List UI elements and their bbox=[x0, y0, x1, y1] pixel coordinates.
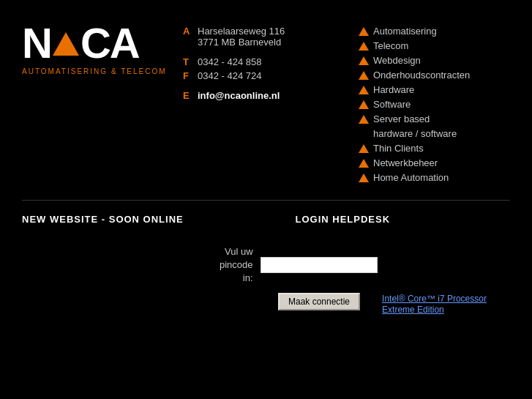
service-item: Onderhoudscontracten bbox=[359, 70, 510, 81]
logo-nca: N C A bbox=[22, 22, 176, 64]
service-triangle-icon bbox=[359, 56, 369, 65]
top-section: N C A AUTOMATISERING & TELECOM A Harsela… bbox=[22, 15, 510, 187]
intel-link-area: Intel® Core™ i7 Processor Extreme Editio… bbox=[382, 293, 487, 315]
service-triangle-icon bbox=[359, 71, 369, 80]
service-triangle-icon bbox=[359, 86, 369, 94]
fax-value: 0342 - 424 724 bbox=[198, 70, 261, 81]
pincode-row: Vul uw pincode in: bbox=[220, 245, 510, 286]
new-website-label: NEW WEBSITE - SOON ONLINE bbox=[22, 214, 237, 225]
connect-button[interactable]: Maak connectie bbox=[278, 293, 360, 310]
email-value: info@ncaonline.nl bbox=[198, 90, 280, 101]
login-form: Vul uw pincode in: Maak connectie Intel®… bbox=[22, 245, 510, 315]
service-label: Software bbox=[373, 99, 411, 110]
service-item: Telecom bbox=[359, 40, 510, 51]
service-label: Onderhoudscontracten bbox=[373, 70, 470, 81]
services-area: AutomatiseringTelecomWebdesignOnderhouds… bbox=[344, 15, 510, 187]
logo-subtitle-telecom: TELECOM bbox=[121, 67, 166, 75]
logo-c: C bbox=[80, 22, 110, 64]
service-item: Thin Clients bbox=[359, 143, 510, 154]
address-label: A bbox=[183, 26, 192, 37]
service-label: Server based bbox=[373, 113, 430, 124]
service-triangle-icon bbox=[359, 27, 369, 36]
phone-label: T bbox=[183, 56, 192, 67]
service-triangle-icon bbox=[359, 174, 369, 182]
address-row: A Harselaarseweg 116 3771 MB Barneveld bbox=[183, 26, 344, 48]
logo-subtitle-separator: & bbox=[111, 67, 118, 75]
service-item: Webdesign bbox=[359, 55, 510, 66]
fax-label: F bbox=[183, 70, 192, 81]
service-item: hardware / software bbox=[359, 128, 510, 139]
service-triangle-icon bbox=[359, 100, 369, 109]
service-label: Home Automation bbox=[373, 172, 449, 183]
service-triangle-icon bbox=[359, 144, 369, 153]
service-label: Telecom bbox=[373, 40, 408, 51]
pincode-input[interactable] bbox=[261, 257, 378, 273]
service-item: Automatisering bbox=[359, 26, 510, 37]
address-line2: 3771 MB Barneveld bbox=[198, 37, 285, 48]
service-triangle-icon bbox=[359, 42, 369, 51]
logo-n: N bbox=[22, 22, 51, 64]
address-line1: Harselaarseweg 116 bbox=[198, 26, 285, 37]
pincode-label: Vul uw pincode in: bbox=[220, 245, 253, 286]
logo-a: A bbox=[110, 22, 139, 64]
service-label: Webdesign bbox=[373, 55, 421, 66]
logo-area: N C A AUTOMATISERING & TELECOM bbox=[22, 15, 176, 75]
page-wrapper: N C A AUTOMATISERING & TELECOM A Harsela… bbox=[0, 0, 532, 399]
intel-link[interactable]: Intel® Core™ i7 Processor Extreme Editio… bbox=[382, 294, 487, 315]
service-label: Automatisering bbox=[373, 26, 437, 37]
service-label: Thin Clients bbox=[373, 143, 424, 154]
service-triangle-icon bbox=[359, 115, 369, 124]
service-item: Server based bbox=[359, 113, 510, 124]
logo-subtitle: AUTOMATISERING & TELECOM bbox=[22, 67, 176, 75]
service-item: Software bbox=[359, 99, 510, 110]
contact-area: A Harselaarseweg 116 3771 MB Barneveld T… bbox=[176, 15, 344, 104]
phone-value: 0342 - 424 858 bbox=[198, 56, 261, 67]
service-item: Hardware bbox=[359, 84, 510, 95]
service-label: Netwerkbeheer bbox=[373, 157, 438, 168]
fax-row: F 0342 - 424 724 bbox=[183, 70, 344, 81]
logo-subtitle-automatisering: AUTOMATISERING bbox=[22, 67, 108, 75]
service-item: Home Automation bbox=[359, 172, 510, 183]
divider bbox=[22, 200, 510, 201]
bottom-nav: NEW WEBSITE - SOON ONLINE LOGIN HELPDESK bbox=[22, 208, 510, 231]
service-label: Hardware bbox=[373, 84, 414, 95]
service-label: hardware / software bbox=[373, 128, 457, 139]
logo-triangle-icon bbox=[53, 32, 79, 56]
phone-row: T 0342 - 424 858 bbox=[183, 56, 344, 67]
login-helpdesk-label: LOGIN HELPDESK bbox=[237, 214, 511, 225]
service-triangle-icon bbox=[359, 159, 369, 168]
email-row: E info@ncaonline.nl bbox=[183, 90, 344, 101]
email-label: E bbox=[183, 90, 192, 101]
service-item: Netwerkbeheer bbox=[359, 157, 510, 168]
